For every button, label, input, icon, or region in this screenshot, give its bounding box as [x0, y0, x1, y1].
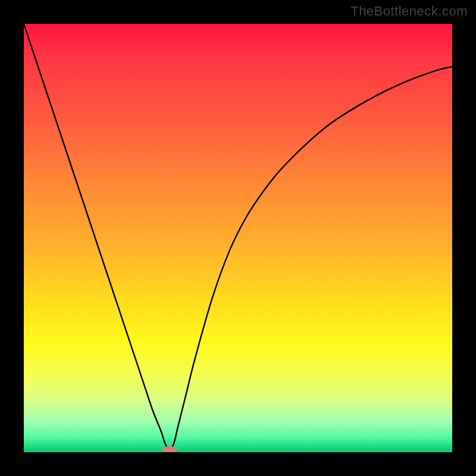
dip-marker	[162, 446, 177, 452]
plot-area	[24, 24, 452, 452]
bottleneck-curve	[24, 24, 452, 450]
curve-svg	[24, 24, 452, 452]
watermark-text: TheBottleneck.com	[350, 4, 468, 19]
chart-frame: TheBottleneck.com	[0, 0, 476, 476]
